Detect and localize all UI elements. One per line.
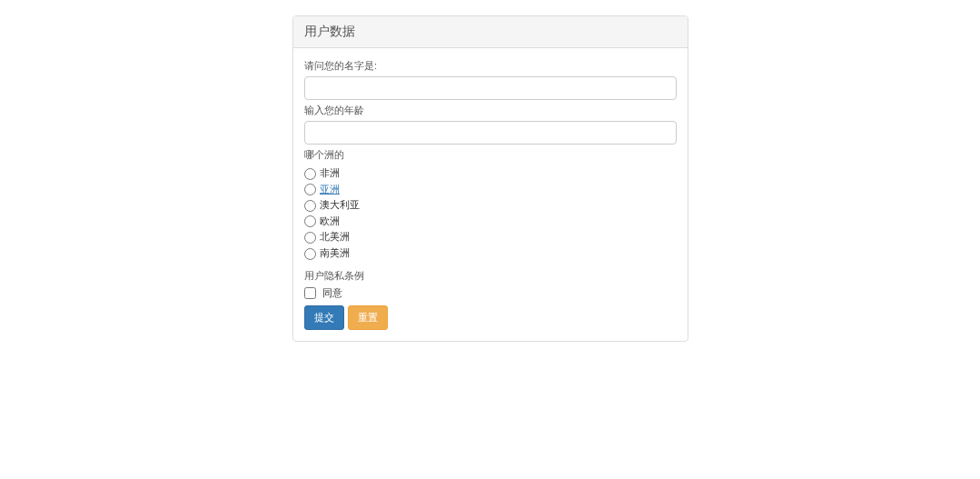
continent-radio-item[interactable]: 非洲 (304, 165, 677, 182)
continent-radio-item[interactable]: 北美洲 (304, 229, 677, 245)
agree-checkbox-item[interactable]: 同意 (304, 286, 677, 300)
continent-radio-label: 南美洲 (320, 247, 350, 258)
continent-radio-item[interactable]: 澳大利亚 (304, 197, 677, 214)
panel-heading: 用户数据 (293, 16, 688, 48)
user-data-panel: 用户数据 请问您的名字是: 输入您的年龄 哪个洲的 非洲亚洲澳大利亚欧洲北美洲南… (292, 15, 688, 342)
age-input[interactable] (304, 121, 677, 145)
continent-radio-label: 澳大利亚 (320, 199, 360, 210)
submit-button[interactable]: 提交 (304, 305, 344, 330)
continent-radio-item[interactable]: 亚洲 (304, 182, 677, 198)
continent-radio[interactable] (304, 232, 316, 244)
continent-radio[interactable] (304, 184, 316, 195)
continent-radio-item[interactable]: 欧洲 (304, 214, 677, 230)
panel-title: 用户数据 (304, 24, 677, 40)
continent-radio[interactable] (304, 168, 316, 180)
continent-radio-group: 非洲亚洲澳大利亚欧洲北美洲南美洲 (304, 165, 677, 262)
continent-radio[interactable] (304, 200, 316, 212)
agree-label: 同意 (322, 287, 342, 298)
continent-radio-label: 北美洲 (320, 231, 350, 242)
continent-radio-label: 欧洲 (320, 215, 340, 226)
age-label: 输入您的年龄 (304, 104, 677, 117)
continent-radio-label: 非洲 (320, 167, 340, 178)
continent-label: 哪个洲的 (304, 148, 677, 162)
name-input[interactable] (304, 76, 677, 100)
continent-radio[interactable] (304, 215, 316, 227)
panel-body: 请问您的名字是: 输入您的年龄 哪个洲的 非洲亚洲澳大利亚欧洲北美洲南美洲 用户… (293, 48, 688, 341)
agree-checkbox[interactable] (304, 287, 316, 299)
privacy-label: 用户隐私条例 (304, 269, 677, 283)
reset-button[interactable]: 重置 (348, 305, 388, 330)
continent-radio[interactable] (304, 248, 316, 260)
user-form: 请问您的名字是: 输入您的年龄 哪个洲的 非洲亚洲澳大利亚欧洲北美洲南美洲 用户… (304, 59, 677, 330)
continent-radio-label[interactable]: 亚洲 (320, 184, 340, 195)
name-label: 请问您的名字是: (304, 59, 677, 73)
continent-radio-item[interactable]: 南美洲 (304, 245, 677, 262)
